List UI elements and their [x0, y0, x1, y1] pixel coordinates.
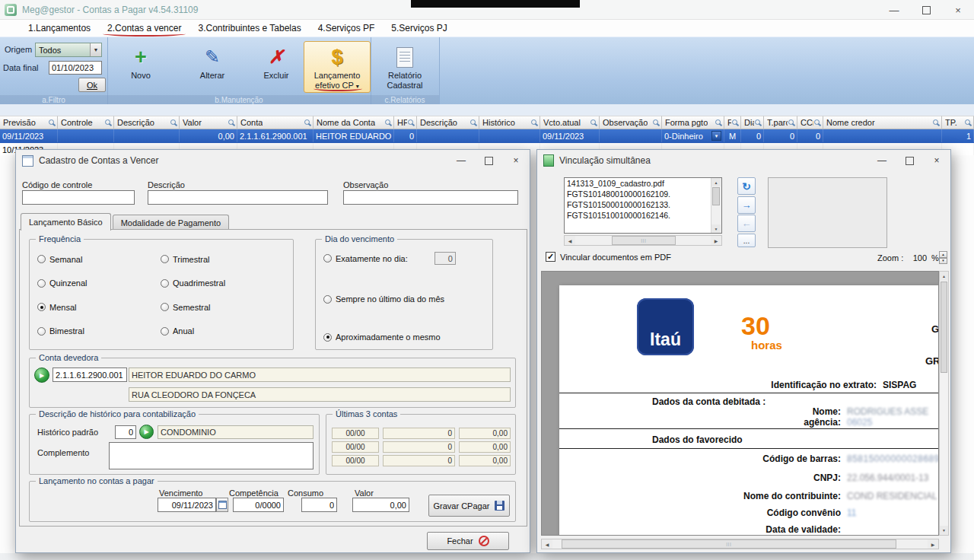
- radio-semestral[interactable]: Semestral: [161, 303, 288, 312]
- column-header-t-parc[interactable]: T.parc: [764, 116, 797, 129]
- relatorio-cadastral-button[interactable]: RelatórioCadastral: [375, 41, 434, 93]
- column-header-f[interactable]: F.: [724, 116, 741, 129]
- browse-button[interactable]: ...: [737, 234, 756, 247]
- pdf-viewer[interactable]: Itaú 30 horas G GR Identificação no extr…: [541, 271, 939, 536]
- column-header-nome-credor[interactable]: Nome credor: [823, 116, 942, 129]
- file-listbox[interactable]: 141313_0109_cadastro.pdfFGTS101480010000…: [564, 177, 722, 234]
- menu-tab-5-servicos-pj[interactable]: 5.Serviços PJ: [383, 20, 455, 37]
- file-list-item[interactable]: FGTS101510010000162146.: [565, 210, 711, 221]
- scrollbar-thumb[interactable]: [941, 282, 947, 373]
- list-vertical-scrollbar[interactable]: ▲ ▼: [711, 178, 721, 233]
- radio-semanal[interactable]: Semanal: [37, 255, 161, 264]
- scroll-right-icon[interactable]: ▶: [928, 539, 938, 549]
- file-list-item[interactable]: FGTS101480010000162109.: [565, 189, 711, 199]
- minimize-button[interactable]: —: [447, 150, 475, 171]
- conta-devedora-input[interactable]: [53, 368, 127, 382]
- spin-down-icon[interactable]: ▼: [939, 258, 947, 265]
- tab-lancamento-basico[interactable]: Lançamento Básico: [21, 213, 111, 231]
- vencimento-input[interactable]: [158, 498, 216, 512]
- descricao-input[interactable]: [148, 190, 328, 205]
- radio-aproximadamente-o-mesmo[interactable]: Aproximadamente o mesmo: [323, 332, 441, 342]
- column-header-previsao[interactable]: Previsão: [0, 116, 58, 129]
- radio-quadrimestral[interactable]: Quadrimestral: [161, 278, 288, 288]
- competencia-input[interactable]: [233, 498, 284, 512]
- radio-quinzenal[interactable]: Quinzenal: [37, 278, 161, 288]
- vincular-pdf-checkbox[interactable]: ✓: [546, 252, 555, 262]
- scrollbar-thumb[interactable]: [712, 187, 720, 205]
- data-final-input[interactable]: [49, 61, 102, 75]
- minimize-button[interactable]: —: [878, 0, 910, 20]
- calendar-button[interactable]: [216, 498, 228, 512]
- viewer-vertical-scrollbar[interactable]: ▲ ▼: [939, 271, 949, 536]
- observacao-input[interactable]: [343, 190, 518, 205]
- scrollbar-thumb[interactable]: |||: [562, 539, 896, 549]
- lookup-conta-button[interactable]: ▶: [34, 368, 49, 383]
- column-header-dia[interactable]: Dia: [741, 116, 764, 129]
- scroll-left-icon[interactable]: ◀: [542, 539, 552, 549]
- column-header-descricao[interactable]: Descrição: [114, 116, 180, 129]
- dialog-titlebar[interactable]: Cadastro de Contas a Vencer — ×: [16, 150, 530, 171]
- fechar-button[interactable]: Fechar: [427, 532, 509, 550]
- consumo-input[interactable]: [301, 498, 337, 512]
- radio-trimestral[interactable]: Trimestral: [161, 255, 288, 264]
- file-list-item[interactable]: 141313_0109_cadastro.pdf: [565, 178, 711, 189]
- column-header-tp[interactable]: TP.: [942, 116, 974, 129]
- close-button[interactable]: ×: [502, 150, 530, 171]
- spin-up-icon[interactable]: ▲: [939, 251, 947, 258]
- lookup-historico-button[interactable]: ▶: [139, 425, 154, 439]
- scroll-right-icon[interactable]: ▶: [711, 236, 721, 245]
- radio-sempre-no-ultimo-dia-do-mes[interactable]: Sempre no último dia do mês: [323, 294, 444, 304]
- minimize-button[interactable]: —: [868, 150, 896, 171]
- scrollbar-track[interactable]: |||: [552, 539, 928, 549]
- combo-dropdown-icon[interactable]: ▼: [90, 43, 101, 56]
- origem-combobox[interactable]: Todos ▼: [35, 43, 102, 57]
- column-header-historico[interactable]: Histórico: [479, 116, 540, 129]
- column-header-hp[interactable]: HP: [394, 116, 417, 129]
- radio-exatamente-no-dia[interactable]: Exatamente no dia:0: [323, 252, 456, 265]
- menu-tab-1-lancamentos[interactable]: 1.Lançamentos: [20, 20, 99, 37]
- radio-anual[interactable]: Anual: [161, 326, 288, 336]
- ok-button[interactable]: Ok: [78, 78, 106, 92]
- dialog-titlebar[interactable]: Vinculação simultânea — ×: [537, 150, 950, 171]
- alterar-button[interactable]: ✎Alterar: [186, 41, 238, 93]
- radio-bimestral[interactable]: Bimestral: [37, 326, 161, 336]
- list-horizontal-scrollbar[interactable]: ◀ ||| ▶: [564, 235, 722, 246]
- viewer-horizontal-scrollbar[interactable]: ◀ ||| ▶: [541, 539, 939, 549]
- column-header-valor[interactable]: Valor: [180, 116, 237, 129]
- historico-padrao-input[interactable]: [115, 425, 136, 439]
- maximize-button[interactable]: [910, 0, 942, 20]
- menu-tab-3-contribuintes-e-tabelas[interactable]: 3.Contribuintes e Tabelas: [189, 20, 309, 37]
- attach-file-button[interactable]: →: [737, 196, 756, 214]
- gravar-cpagar-button[interactable]: Gravar CPagar: [428, 495, 510, 517]
- menu-tab-2-contas-a-vencer[interactable]: 2.Contas a vencer: [99, 20, 189, 37]
- column-header-vcto-atual[interactable]: Vcto.atual: [540, 116, 600, 129]
- exact-day-input[interactable]: 0: [434, 252, 456, 265]
- menu-tab-4-servicos-pf[interactable]: 4.Serviços PF: [310, 20, 384, 37]
- column-header-forma-pgto[interactable]: Forma pgto: [662, 116, 724, 129]
- column-header-ccr[interactable]: CCr: [797, 116, 823, 129]
- scrollbar-track[interactable]: |||: [575, 236, 711, 245]
- tab-modalidade-de-pagamento[interactable]: Modalidade de Pagamento: [113, 215, 229, 231]
- column-header-descricao[interactable]: Descrição: [417, 116, 479, 129]
- column-header-controle[interactable]: Controle: [58, 116, 114, 129]
- detach-file-button[interactable]: ←: [737, 215, 756, 232]
- excluir-button[interactable]: ✗Excluir: [252, 41, 301, 93]
- maximize-button[interactable]: [896, 150, 923, 171]
- scroll-left-icon[interactable]: ◀: [565, 236, 575, 245]
- scroll-down-icon[interactable]: ▼: [940, 526, 948, 535]
- close-button[interactable]: ×: [942, 0, 974, 20]
- scrollbar-thumb[interactable]: |||: [612, 236, 676, 245]
- codigo-controle-input[interactable]: [22, 190, 135, 205]
- grid-row[interactable]: 09/11/20230,002.1.1.61.2900.001HEITOR ED…: [0, 129, 974, 143]
- scroll-down-icon[interactable]: ▼: [711, 224, 721, 233]
- radio-mensal[interactable]: Mensal: [37, 303, 161, 312]
- zoom-spinner[interactable]: ▲ ▼: [939, 251, 947, 264]
- valor-input[interactable]: [352, 498, 409, 512]
- complemento-input[interactable]: [109, 442, 314, 469]
- refresh-files-button[interactable]: ↻: [737, 177, 756, 195]
- file-list-item[interactable]: FGTS101500010000162133.: [565, 199, 711, 210]
- column-header-nome-da-conta[interactable]: Nome da Conta: [314, 116, 394, 129]
- lancamento-efetivo-cp-button[interactable]: $Lançamentoefetivo CP▾: [304, 41, 371, 93]
- scroll-up-icon[interactable]: ▲: [940, 272, 948, 281]
- scroll-up-icon[interactable]: ▲: [711, 178, 721, 186]
